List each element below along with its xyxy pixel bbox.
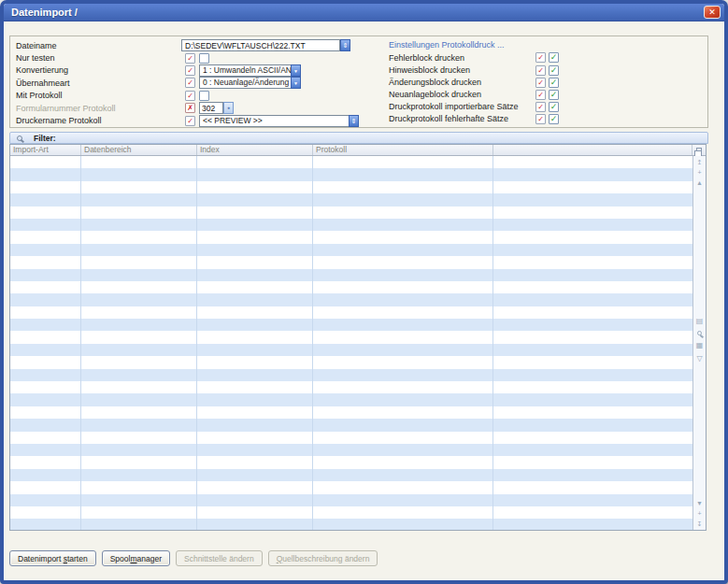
table-row[interactable]: [10, 444, 692, 456]
table-cell: [493, 494, 692, 506]
scroll-to-bottom-icon[interactable]: ↧: [693, 519, 706, 529]
table-row[interactable]: [10, 181, 692, 193]
table-row[interactable]: [10, 306, 692, 319]
field-indicator-icon[interactable]: ✓: [185, 116, 195, 126]
aenderungsblock-checkbox[interactable]: ✓: [549, 78, 559, 88]
scroll-up-icon[interactable]: ▲: [693, 178, 706, 188]
field-indicator-icon[interactable]: ✓: [185, 65, 195, 76]
table-row[interactable]: [10, 419, 692, 431]
datenimport-starten-button[interactable]: Datenimport starten: [9, 550, 96, 566]
column-header[interactable]: Import-Art: [10, 145, 81, 155]
dateiname-input[interactable]: [181, 39, 340, 51]
field-indicator-icon[interactable]: ✓: [535, 65, 546, 76]
uebernahmeart-select[interactable]: 0 : Neuanlage/Änderung: [199, 77, 291, 89]
scroll-to-top-icon[interactable]: ↥: [693, 157, 706, 167]
table-row[interactable]: [10, 456, 692, 468]
field-indicator-icon[interactable]: ✓: [185, 91, 195, 101]
field-indicator-icon[interactable]: ✓: [535, 52, 546, 63]
table-cell: [197, 356, 313, 368]
table-cell: [493, 381, 692, 393]
table-row[interactable]: [10, 469, 692, 481]
table-row[interactable]: [10, 481, 692, 493]
table-cell: [313, 456, 493, 468]
importierbare-saetze-checkbox[interactable]: ✓: [549, 102, 559, 112]
field-indicator-icon[interactable]: ✓: [535, 114, 546, 124]
table-cell: [81, 181, 197, 193]
dateiname-lookup-button[interactable]: ⇕: [340, 39, 350, 51]
table-cell: [197, 456, 313, 468]
search-icon: [17, 135, 22, 141]
table-row[interactable]: [10, 494, 692, 506]
hinweisblock-checkbox[interactable]: ✓: [549, 65, 559, 76]
table-row[interactable]: [10, 381, 692, 393]
filter-bar[interactable]: Filter:: [9, 132, 708, 144]
nur-testen-checkbox[interactable]: [199, 53, 209, 64]
table-row[interactable]: [10, 369, 692, 381]
column-header[interactable]: [493, 145, 692, 155]
table-cell: [10, 219, 81, 231]
field-indicator-icon[interactable]: ✓: [185, 78, 195, 88]
table-row[interactable]: [10, 406, 692, 419]
spoolmanager-button[interactable]: Spoolmanager: [102, 550, 170, 566]
filter-funnel-icon[interactable]: ▽: [693, 352, 706, 365]
table-cell: [10, 344, 81, 356]
column-header[interactable]: Datenbereich: [81, 145, 197, 155]
scroll-down-icon[interactable]: ▼: [693, 498, 706, 508]
table-cell: [197, 269, 313, 281]
table-row[interactable]: [10, 331, 692, 343]
table-row[interactable]: [10, 193, 692, 206]
table-row[interactable]: [10, 156, 692, 168]
table-cell: [10, 331, 81, 343]
druckername-lookup-button[interactable]: ⇕: [349, 115, 359, 127]
table-row[interactable]: [10, 256, 692, 268]
schnittstelle-aendern-button[interactable]: Schnittstelle ändern: [176, 550, 263, 566]
table-row[interactable]: [10, 432, 692, 444]
table-row[interactable]: [10, 293, 692, 306]
protocol-settings-link[interactable]: Einstellungen Protokolldruck ...: [389, 39, 707, 51]
pan-icon[interactable]: +: [693, 167, 706, 178]
close-button[interactable]: ✕: [704, 6, 721, 19]
scroll-bottom-group: ▼ + ↧: [693, 498, 706, 529]
table-row[interactable]: [10, 231, 692, 243]
table-row[interactable]: [10, 344, 692, 356]
konvertierung-select[interactable]: 1 : Umwandeln ASCII/ANSI: [199, 64, 291, 77]
formularnummer-input[interactable]: [199, 102, 223, 114]
column-header[interactable]: Index: [197, 145, 313, 155]
table-row[interactable]: [10, 356, 692, 368]
table-row[interactable]: [10, 168, 692, 180]
field-indicator-icon[interactable]: ✓: [535, 90, 546, 100]
fehlerblock-checkbox[interactable]: ✓: [549, 52, 559, 63]
fehlerhafte-saetze-checkbox[interactable]: ✓: [549, 114, 559, 124]
table-cell: [81, 168, 197, 180]
field-indicator-icon[interactable]: ✓: [535, 78, 546, 88]
quellbeschreibung-aendern-button[interactable]: Quellbeschreibung ändern: [268, 550, 378, 566]
table-row[interactable]: [10, 219, 692, 231]
field-error-icon[interactable]: ✗: [185, 103, 195, 113]
table-row[interactable]: [10, 519, 692, 530]
table-row[interactable]: [10, 281, 692, 293]
search-icon[interactable]: [697, 331, 702, 335]
field-indicator-icon[interactable]: ✓: [535, 102, 546, 112]
uebernahmeart-dropdown-button[interactable]: ▼: [291, 77, 301, 89]
table-row[interactable]: [10, 319, 692, 331]
pan-icon[interactable]: +: [693, 508, 706, 519]
table-row[interactable]: [10, 506, 692, 519]
field-indicator-icon[interactable]: ✓: [185, 53, 195, 64]
neuanlageblock-checkbox[interactable]: ✓: [549, 90, 559, 100]
table-cell: [10, 369, 81, 381]
konvertierung-dropdown-button[interactable]: ▼: [291, 64, 301, 77]
table-row[interactable]: [10, 244, 692, 256]
formularnummer-spinner[interactable]: ●: [223, 102, 234, 114]
table-header-options-button[interactable]: [692, 145, 706, 155]
mit-protokoll-checkbox[interactable]: [199, 91, 209, 101]
table-view-icon[interactable]: ▦: [693, 339, 706, 352]
table-cell: [10, 444, 81, 456]
field-row-uebernahmeart: Übernahmeart ✓ 0 : Neuanlage/Änderung ▼: [16, 77, 359, 89]
detail-view-icon[interactable]: ▤: [693, 315, 706, 328]
table-row[interactable]: [10, 393, 692, 406]
table-row[interactable]: [10, 207, 692, 219]
druckername-select[interactable]: << PREVIEW >>: [199, 115, 349, 127]
table-row[interactable]: [10, 269, 692, 281]
table-cell: [313, 369, 493, 381]
column-header[interactable]: Protokoll: [313, 145, 493, 155]
